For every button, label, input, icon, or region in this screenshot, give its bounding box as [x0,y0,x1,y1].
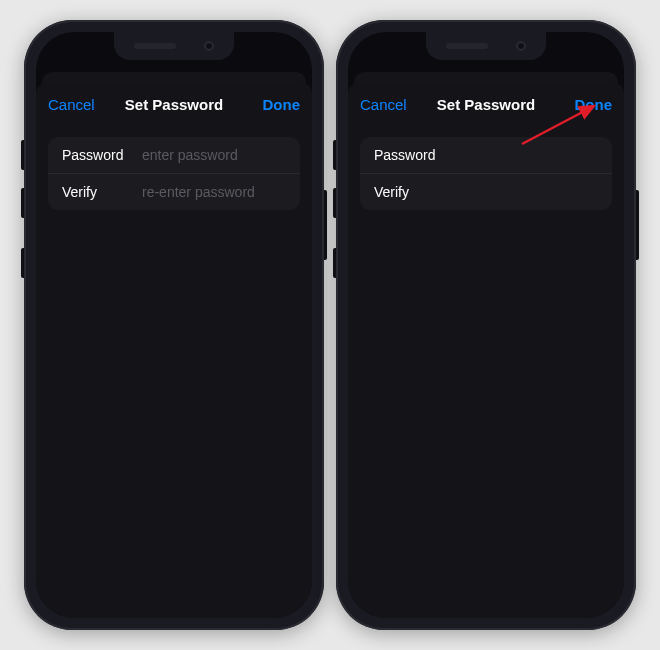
screen: Cancel Set Password Done Password Verify [348,32,624,618]
done-button[interactable]: Done [246,96,300,113]
verify-label: Verify [62,184,142,200]
modal-sheet: Cancel Set Password Done Password Verify [348,82,624,618]
password-input[interactable] [454,147,612,163]
password-row: Password [48,137,300,173]
verify-row: Verify [48,173,300,210]
modal-title: Set Password [414,96,558,113]
password-form-group: Password Verify [360,137,612,210]
verify-input[interactable] [142,184,300,200]
nav-bar: Cancel Set Password Done [48,96,300,113]
speaker-icon [134,43,176,49]
password-label: Password [62,147,142,163]
password-form-group: Password Verify [48,137,300,210]
cancel-button[interactable]: Cancel [360,96,414,113]
camera-icon [516,41,526,51]
speaker-icon [446,43,488,49]
cancel-button[interactable]: Cancel [48,96,102,113]
verify-row: Verify [360,173,612,210]
nav-bar: Cancel Set Password Done [360,96,612,113]
modal-title: Set Password [102,96,246,113]
verify-label: Verify [374,184,454,200]
phone-left: Cancel Set Password Done Password Verify [24,20,324,630]
screen: Cancel Set Password Done Password Verify [36,32,312,618]
notch [426,32,546,60]
notch [114,32,234,60]
verify-input[interactable] [454,184,612,200]
done-button[interactable]: Done [558,96,612,113]
password-label: Password [374,147,454,163]
password-input[interactable] [142,147,300,163]
password-row: Password [360,137,612,173]
modal-sheet: Cancel Set Password Done Password Verify [36,82,312,618]
phone-right: Cancel Set Password Done Password Verify [336,20,636,630]
camera-icon [204,41,214,51]
